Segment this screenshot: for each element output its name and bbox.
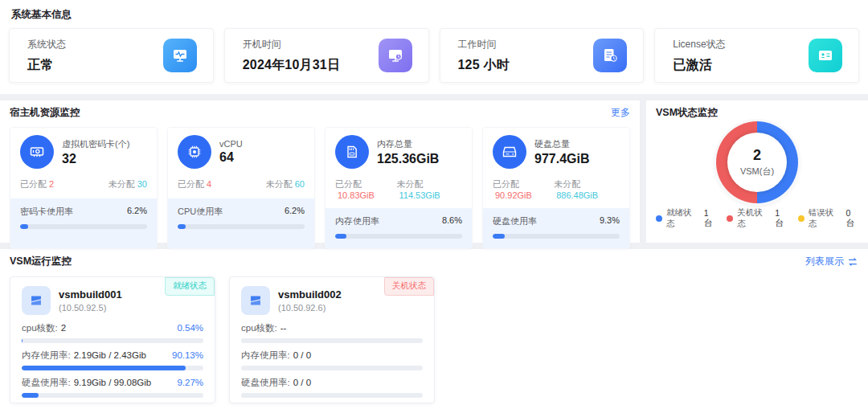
metric-progress-bar	[22, 393, 203, 398]
metric-progress-bar	[241, 338, 423, 343]
metric-progress-fill	[22, 393, 39, 398]
cpu-icon	[178, 135, 211, 169]
status-badge: 就绪状态	[165, 277, 215, 296]
usage-percent: 6.2%	[127, 206, 147, 218]
error-dot-icon	[798, 215, 805, 222]
swap-icon	[847, 256, 858, 268]
list-view-label: 列表展示	[805, 255, 844, 268]
legend-count: 0台	[845, 208, 858, 229]
resource-name: 内存总量	[377, 138, 439, 150]
disk-usage-metric: 硬盘使用率:0 / 0	[241, 377, 423, 398]
metric-percent: 90.13%	[172, 350, 203, 360]
disk-usage-metric: 硬盘使用率:9.19Gib / 99.08Gib 9.27%	[22, 377, 203, 398]
allocated-value: 2	[49, 179, 54, 189]
disk-icon	[493, 135, 526, 169]
system-status-card: 系统状态 正常	[9, 28, 214, 83]
metric-value: 0 / 0	[293, 378, 311, 387]
vsm-status-panel: VSM状态监控 2 VSM(台) 就绪状态 1台 关机状态 1台	[646, 100, 868, 243]
usage-percent: 6.2%	[285, 206, 305, 218]
card-label: 开机时间	[243, 38, 340, 51]
metric-progress-bar	[22, 338, 203, 343]
status-badge: 关机状态	[384, 277, 434, 296]
vsm-logo-icon	[241, 286, 270, 315]
off-dot-icon	[727, 215, 733, 222]
crypto-card-icon	[20, 135, 54, 169]
resource-cards: 虚拟机密码卡(个) 32 已分配2 未分配30 密码卡使用率 6.2%	[10, 127, 630, 249]
memory-usage-metric: 内存使用率:0 / 0	[241, 350, 423, 370]
usage-progress-bar	[493, 234, 620, 239]
free-value: 30	[137, 179, 147, 189]
metric-progress-fill	[22, 366, 186, 370]
vsm-donut-center: 2 VSM(台)	[727, 133, 787, 192]
resource-total: 977.4GiB	[534, 152, 589, 166]
metric-label: cpu核数:	[241, 323, 277, 333]
allocated-value: 10.83GiB	[338, 190, 375, 200]
legend-count: 1台	[775, 208, 788, 229]
free-value: 886.48GiB	[556, 190, 598, 200]
card-value: 已激活	[673, 57, 725, 74]
vsm-ip: (10.50.92.5)	[59, 303, 122, 313]
vsm-unit-label: VSM(台)	[740, 166, 774, 178]
usage-progress-fill	[493, 234, 505, 239]
usage-progress-fill	[20, 224, 28, 229]
vcpu-resource: vCPU 64 已分配4 未分配60 CPU使用率 6.2%	[167, 127, 315, 249]
host-resource-title: 宿主机资源监控	[10, 106, 80, 120]
boot-time-card: 开机时间 2024年10月31日	[224, 28, 429, 83]
license-status-card: License状态 已激活	[654, 28, 859, 83]
resource-name: 硬盘总量	[534, 138, 589, 150]
system-info-section: 系统基本信息 系统状态 正常 开机时间 2024年10月31日 工作时间 125	[0, 0, 868, 94]
legend-count: 1台	[704, 208, 717, 229]
vsm-logo-icon	[22, 286, 51, 315]
resource-total: 64	[219, 150, 243, 165]
vsm-card-vsmbuild002[interactable]: 关机状态 vsmbuild002 (10.50.92.6) cpu核数:--	[229, 276, 435, 403]
metric-label: cpu核数:	[22, 323, 58, 333]
card-value: 125 小时	[458, 57, 510, 74]
disk-resource: 硬盘总量 977.4GiB 已分配90.92GiB 未分配886.48GiB 硬…	[482, 127, 630, 249]
memory-resource: 内存总量 125.36GiB 已分配10.83GiB 未分配114.53GiB …	[325, 127, 473, 249]
legend-label: 就绪状态	[666, 207, 698, 230]
card-label: 工作时间	[458, 38, 510, 51]
free-value: 60	[295, 179, 305, 189]
usage-progress-bar	[20, 224, 147, 229]
vsm-run-title: VSM运行监控	[10, 255, 72, 268]
metric-label: 内存使用率:	[22, 350, 71, 360]
legend-item-ready: 就绪状态 1台	[656, 207, 716, 230]
vsm-card-vsmbuild001[interactable]: 就绪状态 vsmbuild001 (10.50.92.5) cpu核数:2 0.…	[10, 276, 215, 403]
vsm-ip: (10.50.92.6)	[278, 303, 342, 313]
vsm-count: 2	[753, 147, 761, 164]
metric-value: 9.19Gib / 99.08Gib	[74, 378, 152, 387]
memory-icon	[335, 135, 369, 169]
vsm-run-cards: 就绪状态 vsmbuild001 (10.50.92.5) cpu核数:2 0.…	[10, 276, 858, 403]
usage-label: 硬盘使用率	[493, 215, 537, 227]
usage-progress-bar	[335, 234, 462, 239]
usage-label: CPU使用率	[178, 206, 223, 218]
vsm-name: vsmbuild001	[59, 288, 122, 301]
usage-progress-fill	[335, 234, 346, 239]
resource-total: 125.36GiB	[377, 152, 439, 166]
usage-label: 内存使用率	[335, 215, 379, 227]
more-link[interactable]: 更多	[611, 106, 630, 120]
usage-progress-bar	[178, 224, 305, 229]
metric-progress-bar	[22, 366, 203, 370]
usage-percent: 9.3%	[600, 215, 620, 227]
allocated-label: 已分配	[493, 179, 519, 189]
work-time-card: 工作时间 125 小时	[440, 28, 645, 83]
free-label: 未分配	[266, 179, 293, 189]
metric-percent: 9.27%	[177, 378, 203, 387]
resource-total: 32	[62, 152, 129, 166]
allocated-value: 90.92GiB	[495, 190, 532, 200]
vsm-status-title: VSM状态监控	[656, 106, 858, 120]
metric-value: 0 / 0	[293, 350, 311, 360]
legend-item-error: 错误状态 0台	[798, 207, 858, 230]
metric-progress-fill	[22, 338, 23, 343]
middle-section: 宿主机资源监控 更多 虚拟机密码卡(个) 32	[0, 100, 868, 243]
monitor-pulse-icon	[163, 39, 197, 72]
card-label: 系统状态	[27, 38, 66, 51]
resource-name: vCPU	[219, 139, 243, 149]
list-view-toggle[interactable]: 列表展示	[805, 255, 858, 268]
card-value: 正常	[27, 57, 66, 74]
free-value: 114.53GiB	[399, 190, 440, 200]
free-label: 未分配	[554, 179, 580, 189]
metric-value: 2	[61, 323, 66, 333]
free-label: 未分配	[108, 179, 135, 189]
